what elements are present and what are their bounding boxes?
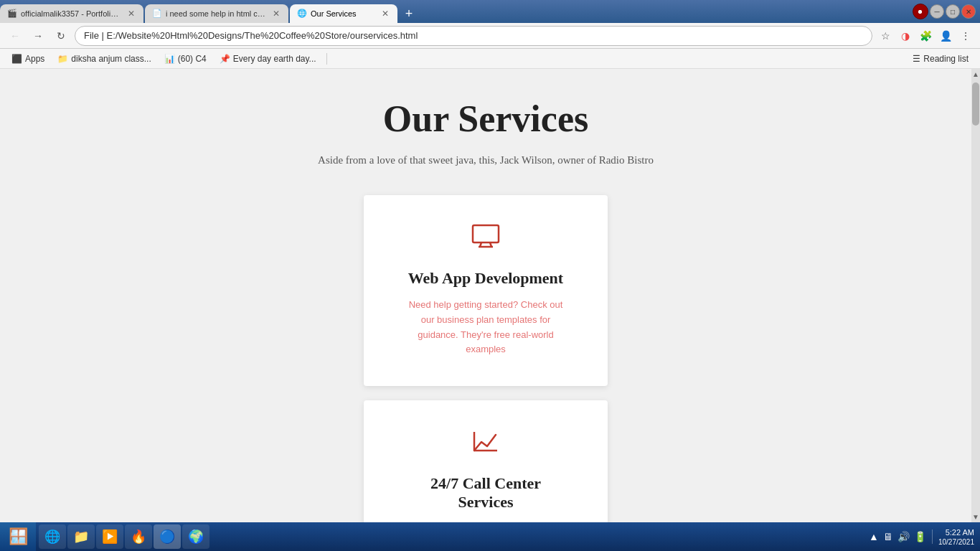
back-button[interactable]: ← (6, 27, 24, 45)
service-1-desc: Need help getting started? Check out our… (407, 298, 565, 357)
clock-display[interactable]: 5:22 AM 10/27/2021 (938, 527, 974, 546)
system-tray: ▲ 🖥 🔊 🔋 (869, 531, 926, 542)
folder-icon: 📁 (73, 529, 89, 545)
apps-grid-icon: ⬛ (11, 54, 22, 64)
windows-icon: 🪟 (9, 527, 28, 546)
address-icons: ☆ ◑ 🧩 👤 ⋮ (877, 27, 974, 44)
monitor-icon (471, 224, 500, 255)
diksha-favicon: 📁 (57, 54, 68, 64)
everyday-favicon: 📌 (220, 54, 230, 64)
tab-2[interactable]: 📄 i need some help in html css our... ✕ (145, 4, 288, 23)
tab-1-favicon: 🎬 (7, 9, 17, 19)
title-bar: 🎬 officialmalik3357 - Portfolio | Vid...… (0, 0, 980, 23)
taskbar-folder[interactable]: 📁 (67, 524, 95, 549)
taskbar: 🪟 🌐 📁 ▶️ 🔥 🔵 🌍 (0, 522, 980, 551)
scroll-down-arrow[interactable]: ▼ (971, 512, 980, 522)
tray-separator (932, 529, 933, 544)
webpage: Our Services Aside from a love of that s… (0, 69, 971, 522)
c4-favicon: 📊 (164, 54, 175, 64)
record-icon: ⏺ (918, 9, 923, 15)
taskbar-media[interactable]: ▶️ (96, 524, 123, 549)
page-title: Our Services (383, 98, 588, 140)
bookmark-everyday[interactable]: 📌 Every day earth day... (214, 52, 322, 65)
reading-list-label: Reading list (923, 54, 969, 64)
tab-3-label: Our Services (311, 9, 377, 18)
everyday-label: Every day earth day... (233, 54, 316, 64)
new-tab-button[interactable]: + (399, 4, 419, 23)
service-2-title: 24/7 Call Center Services (407, 474, 565, 512)
service-card-2: 24/7 Call Center Services Need help gett… (364, 400, 608, 522)
c4-label: (60) C4 (178, 54, 207, 64)
bookmark-star-icon[interactable]: ☆ (877, 27, 894, 44)
browser-content: Our Services Aside from a love of that s… (0, 69, 980, 522)
refresh-button[interactable]: ↻ (52, 27, 70, 45)
taskbar-globe[interactable]: 🌍 (182, 524, 209, 549)
bookmark-apps[interactable]: ⬛ Apps (6, 52, 50, 65)
media-icon: ▶️ (102, 529, 118, 545)
bookmark-c4[interactable]: 📊 (60) C4 (159, 52, 212, 65)
tab-3-favicon: 🌐 (297, 9, 307, 19)
tab-3[interactable]: 🌐 Our Services ✕ (290, 4, 397, 23)
taskbar-apps: 🌐 📁 ▶️ 🔥 🔵 🌍 (36, 524, 863, 549)
taskbar-right: ▲ 🖥 🔊 🔋 5:22 AM 10/27/2021 (863, 527, 980, 546)
ie-icon: 🌐 (44, 529, 60, 545)
service-card-1: Web App Development Need help getting st… (364, 195, 608, 386)
forward-button[interactable]: → (29, 27, 47, 45)
maximize-button[interactable]: □ (946, 4, 960, 19)
tab-bar: 🎬 officialmalik3357 - Portfolio | Vid...… (0, 0, 908, 23)
diksha-label: diksha anjum class... (71, 54, 151, 64)
service-1-title: Web App Development (408, 269, 563, 288)
tab-1[interactable]: 🎬 officialmalik3357 - Portfolio | Vid...… (0, 4, 143, 23)
scroll-up-arrow[interactable]: ▲ (971, 69, 980, 80)
nightly-icon[interactable]: ◑ (897, 27, 914, 44)
close-button[interactable]: ✕ (961, 4, 976, 19)
start-button[interactable]: 🪟 (0, 522, 36, 551)
svg-rect-0 (473, 225, 499, 242)
globe-icon: 🌍 (188, 529, 204, 545)
tray-network-icon[interactable]: 🖥 (883, 531, 893, 542)
extension-icon[interactable]: 🧩 (917, 27, 934, 44)
bookmarks-bar: ⬛ Apps 📁 diksha anjum class... 📊 (60) C4… (0, 49, 980, 69)
page-subtitle: Aside from a love of that sweet java, th… (318, 154, 654, 166)
tab-2-favicon: 📄 (152, 9, 162, 19)
scrollbar[interactable]: ▲ ▼ (971, 69, 980, 522)
record-button[interactable]: ⏺ (913, 4, 928, 19)
tab-1-close[interactable]: ✕ (126, 9, 136, 19)
clock-date: 10/27/2021 (938, 538, 974, 546)
scrollbar-thumb[interactable] (972, 83, 979, 126)
tab-2-label: i need some help in html css our... (166, 9, 268, 18)
taskbar-fire[interactable]: 🔥 (125, 524, 152, 549)
address-bar: ← → ↻ ☆ ◑ 🧩 👤 ⋮ (0, 23, 980, 49)
profile-icon[interactable]: 👤 (937, 27, 954, 44)
reading-list-button[interactable]: ☰ Reading list (907, 52, 974, 65)
bookmark-diksha[interactable]: 📁 diksha anjum class... (52, 52, 156, 65)
os-window: 🎬 officialmalik3357 - Portfolio | Vid...… (0, 0, 980, 551)
window-controls: ⏺ ─ □ ✕ (908, 0, 980, 23)
clock-time: 5:22 AM (938, 527, 974, 538)
apps-label: Apps (25, 54, 44, 64)
bookmarks-separator (326, 53, 327, 65)
tab-1-label: officialmalik3357 - Portfolio | Vid... (21, 9, 123, 18)
tray-battery-icon[interactable]: 🔋 (914, 531, 926, 542)
url-input[interactable] (75, 26, 872, 46)
menu-icon[interactable]: ⋮ (957, 27, 974, 44)
tray-up-arrow[interactable]: ▲ (869, 531, 879, 542)
minimize-button[interactable]: ─ (930, 4, 944, 19)
tab-3-close[interactable]: ✕ (380, 9, 390, 19)
taskbar-ie[interactable]: 🌐 (39, 524, 66, 549)
fire-icon: 🔥 (131, 529, 146, 545)
tab-2-close[interactable]: ✕ (271, 9, 281, 19)
tray-volume-icon[interactable]: 🔊 (897, 531, 910, 542)
chrome-icon: 🔵 (159, 529, 175, 545)
chart-icon (471, 429, 500, 460)
taskbar-chrome[interactable]: 🔵 (154, 524, 181, 549)
reading-list-icon: ☰ (913, 54, 920, 64)
